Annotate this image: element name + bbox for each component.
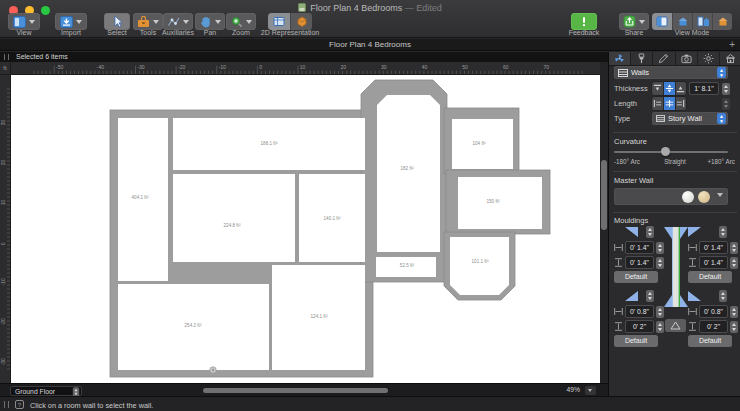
moulding-width-field[interactable]: 0' 0.8" (699, 305, 728, 318)
tools-button[interactable] (133, 13, 163, 30)
tab-building[interactable] (720, 52, 740, 65)
view-mode-split-button[interactable] (692, 13, 712, 30)
drag-handle-icon[interactable] (4, 54, 9, 60)
measure-center-button[interactable] (663, 97, 674, 110)
moulding-width-field[interactable]: 0' 1.4" (625, 241, 654, 254)
triangle-icon (670, 321, 681, 330)
default-button[interactable]: Default (614, 335, 658, 347)
measure-right-button[interactable] (675, 97, 686, 110)
category-popup[interactable]: Walls ▲▼ (614, 66, 728, 79)
auxiliaries-icon (167, 16, 180, 28)
ruler-tick-label: -40 (97, 64, 105, 70)
select-tool-button[interactable] (104, 13, 130, 30)
moulding-profile-swatch[interactable] (688, 291, 701, 301)
tab-object-properties[interactable] (609, 52, 631, 65)
moulding-top-right-group: 0' 1.4" 0' 1.4" Default (688, 226, 738, 283)
drag-handle-icon[interactable] (4, 401, 9, 408)
tab-edit[interactable] (653, 52, 675, 65)
measure-left-button[interactable] (652, 97, 663, 110)
default-button[interactable]: Default (688, 271, 732, 283)
room[interactable] (173, 174, 295, 262)
view-mode-2d-button[interactable] (652, 13, 672, 30)
moulding-profile-swatch[interactable] (688, 227, 701, 237)
door-symbol[interactable] (210, 367, 216, 373)
floor-selector-popup[interactable]: Ground Floor (10, 386, 82, 396)
room[interactable] (458, 177, 542, 229)
stepper[interactable] (656, 321, 664, 333)
vertical-scrollbar[interactable] (600, 62, 608, 383)
mouldings-header: Mouldings (614, 216, 648, 225)
moulding-width-field[interactable]: 0' 1.4" (699, 241, 728, 254)
stepper[interactable] (656, 306, 664, 318)
master-wall-popup[interactable] (614, 188, 728, 205)
ruler-tick-label: 30 (381, 64, 387, 70)
tab-light[interactable] (698, 52, 720, 65)
vertical-scrollbar-thumb[interactable] (601, 160, 607, 230)
moulding-profile-swatch[interactable] (625, 291, 638, 301)
thickness-field[interactable]: 1' 8.1" (689, 82, 719, 95)
room[interactable] (377, 95, 440, 252)
moulding-profile-stepper[interactable] (719, 226, 727, 238)
share-button[interactable] (619, 13, 649, 30)
view-button[interactable] (8, 13, 40, 30)
tab-camera[interactable] (676, 52, 698, 65)
view-mode-3d-button[interactable] (672, 13, 692, 30)
chevron-down-icon (29, 20, 35, 24)
moulding-height-field[interactable]: 0' 1.4" (625, 256, 654, 269)
align-center-button[interactable] (663, 82, 674, 95)
room-area-label: 188.1 ft² (261, 141, 278, 146)
stepper[interactable] (730, 242, 738, 254)
building-icon (725, 53, 736, 64)
moulding-width-field[interactable]: 0' 0.8" (625, 305, 654, 318)
moulding-sync-button[interactable] (665, 319, 686, 332)
solid-3d-icon (296, 16, 308, 27)
moulding-height-field[interactable]: 0' 2" (625, 320, 654, 333)
import-button[interactable] (55, 13, 87, 30)
room-area-label: 254.2 ft² (185, 323, 202, 328)
moulding-profile-stepper[interactable] (646, 226, 654, 238)
ruler-tick-label: 0 (0, 242, 6, 245)
length-stepper[interactable] (722, 98, 730, 110)
chevron-down-icon (639, 20, 645, 24)
default-button[interactable]: Default (688, 335, 732, 347)
room[interactable] (450, 237, 509, 295)
feedback-button[interactable] (571, 13, 597, 30)
divider (613, 212, 737, 213)
view-mode-segmented-control (652, 13, 732, 30)
split-view-icon (697, 16, 709, 27)
representation-2d-button[interactable] (268, 13, 290, 30)
wall-icon (618, 69, 628, 77)
pan-button[interactable] (195, 13, 225, 30)
add-tab-button[interactable]: + (729, 39, 735, 51)
moulding-height-field[interactable]: 0' 1.4" (699, 256, 728, 269)
moulding-profile-stepper[interactable] (719, 290, 727, 302)
zoom-tool-button[interactable] (226, 13, 256, 30)
floor-plan-canvas[interactable]: 404.1 ft²188.1 ft²224.8 ft²140.1 ft²254.… (11, 75, 600, 383)
moulding-profile-swatch[interactable] (625, 227, 638, 237)
ruler-tick-label: 0 (259, 64, 262, 70)
horizontal-scrollbar-thumb[interactable] (203, 388, 388, 393)
moulding-height-field[interactable]: 0' 2" (699, 320, 728, 333)
thickness-stepper[interactable] (722, 83, 730, 95)
stepper[interactable] (656, 242, 664, 254)
tab-floor-plan[interactable]: Floor Plan 4 Bedrooms (0, 40, 740, 49)
stepper[interactable] (730, 306, 738, 318)
floor-stepper[interactable] (73, 387, 79, 397)
align-top-button[interactable] (652, 82, 663, 95)
moulding-profile-stepper[interactable] (646, 290, 654, 302)
align-bottom-button[interactable] (675, 82, 686, 95)
representation-3d-button[interactable] (290, 13, 312, 30)
stepper[interactable] (730, 321, 738, 333)
tab-materials[interactable] (631, 52, 653, 65)
view-mode-elevation-button[interactable] (712, 13, 732, 30)
curvature-slider-track[interactable] (614, 151, 728, 153)
stepper[interactable] (656, 257, 664, 269)
zoom-level-popup-button[interactable] (585, 386, 596, 395)
curvature-slider-thumb[interactable] (661, 147, 670, 156)
stepper[interactable] (730, 257, 738, 269)
wall-type-popup[interactable]: Story Wall ▲▼ (652, 112, 728, 125)
zoom-level-value[interactable]: 49% (566, 386, 580, 393)
floor-plan-drawing[interactable]: 404.1 ft²188.1 ft²224.8 ft²140.1 ft²254.… (11, 75, 600, 383)
auxiliaries-button[interactable] (163, 13, 193, 30)
default-button[interactable]: Default (614, 271, 658, 283)
